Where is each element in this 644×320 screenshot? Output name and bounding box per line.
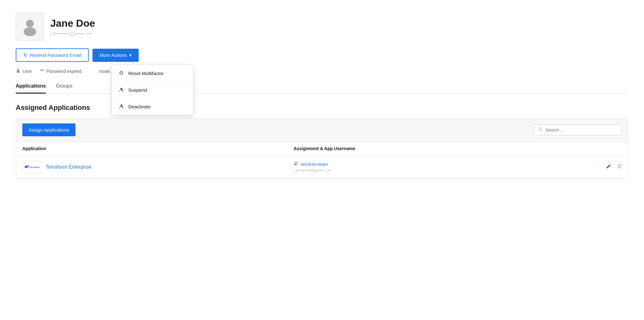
- panel-toolbar: Assign Applications: [16, 118, 628, 142]
- tabs: Applications Groups: [16, 83, 628, 94]
- svg-point-8: [17, 69, 19, 71]
- user-type-status: User: [16, 68, 32, 74]
- user-name: Jane Doe: [50, 18, 95, 29]
- dropdown-item-deactivate[interactable]: Deactivate: [112, 98, 193, 115]
- password-status-label: Password expired.: [47, 69, 83, 74]
- svg-point-2: [120, 88, 122, 90]
- svg-point-10: [44, 69, 44, 70]
- more-actions-button[interactable]: More Actions ▾: [92, 49, 139, 62]
- refresh-icon: ↻: [23, 52, 27, 58]
- tab-groups[interactable]: Groups: [56, 83, 72, 94]
- assignment-cell: services-team j.d••••••••@g•••••.c••: [287, 156, 534, 179]
- reset-multifactor-icon: [118, 70, 125, 76]
- group-icon: [294, 161, 298, 167]
- tab-applications[interactable]: Applications: [16, 83, 46, 94]
- deactivate-label: Deactivate: [128, 104, 151, 109]
- svg-rect-4: [123, 89, 123, 91]
- more-actions-dropdown: Reset Multifactor Suspend: [112, 65, 193, 115]
- search-input[interactable]: [545, 127, 617, 133]
- col-actions: [534, 142, 628, 156]
- applications-panel: Assign Applications Application Assignme…: [16, 118, 628, 179]
- edit-icon[interactable]: [606, 164, 611, 170]
- svg-point-9: [40, 70, 41, 71]
- status-bar: User Password expired. · mode. View Logs: [16, 68, 628, 74]
- section-title: Assigned Applications: [16, 104, 628, 112]
- table-row: Terraform Terraform Enterprise: [16, 156, 628, 179]
- suspend-label: Suspend: [128, 87, 147, 93]
- assign-applications-button[interactable]: Assign Applications: [22, 123, 75, 136]
- mode-label: mode.: [99, 69, 111, 74]
- svg-point-18: [296, 162, 297, 163]
- app-username: j.d••••••••@g•••••.c••: [294, 168, 528, 173]
- svg-point-17: [294, 162, 296, 163]
- group-name-label[interactable]: services-team: [301, 162, 328, 167]
- svg-point-5: [120, 105, 122, 106]
- suspend-icon: [118, 87, 125, 93]
- dropdown-item-reset-multifactor[interactable]: Reset Multifactor: [112, 65, 193, 82]
- password-status: Password expired.: [40, 68, 83, 74]
- svg-point-0: [26, 20, 34, 27]
- resend-password-email-button[interactable]: ↻ Resend Password Email: [16, 48, 89, 62]
- chevron-down-icon: ▾: [129, 52, 132, 58]
- more-actions-label: More Actions: [99, 52, 127, 58]
- svg-rect-3: [122, 89, 122, 91]
- status-separator: ·: [90, 69, 92, 74]
- svg-point-11: [539, 128, 541, 130]
- search-box: [534, 124, 622, 135]
- user-type-icon: [16, 68, 21, 74]
- applications-table: Application Assignment & App Username: [16, 142, 628, 179]
- user-email: j.d••••••••@g•••••.c••: [50, 31, 95, 36]
- resend-button-label: Resend Password Email: [30, 52, 81, 58]
- row-actions-cell: [534, 156, 628, 179]
- app-logo: Terraform: [22, 161, 41, 173]
- deactivate-icon: [118, 103, 125, 110]
- search-icon: [538, 127, 543, 133]
- svg-line-12: [541, 130, 543, 132]
- table-header-row: Application Assignment & App Username: [16, 142, 628, 156]
- col-application: Application: [16, 142, 287, 156]
- svg-point-1: [24, 27, 36, 36]
- user-info: Jane Doe j.d••••••••@g•••••.c••: [50, 18, 95, 36]
- delete-icon[interactable]: [617, 164, 622, 170]
- app-name-link[interactable]: Terraform Enterprise: [46, 164, 92, 170]
- svg-text:Terraform: Terraform: [30, 166, 40, 168]
- user-type-label: User: [23, 69, 32, 74]
- col-assignment: Assignment & App Username: [287, 142, 534, 156]
- reset-multifactor-label: Reset Multifactor: [128, 71, 164, 76]
- avatar: [16, 13, 44, 41]
- dropdown-item-suspend[interactable]: Suspend: [112, 82, 193, 98]
- password-icon: [40, 68, 45, 74]
- action-row: ↻ Resend Password Email More Actions ▾ R…: [16, 48, 628, 62]
- user-header: Jane Doe j.d••••••••@g•••••.c••: [16, 13, 628, 41]
- app-name-cell: Terraform Terraform Enterprise: [16, 156, 287, 179]
